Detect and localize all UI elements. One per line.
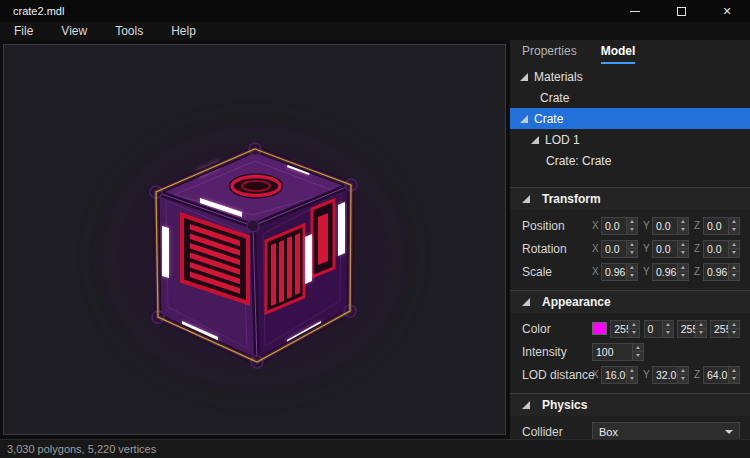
tree-item-crate-crate[interactable]: Crate: Crate <box>510 150 750 171</box>
color-a-input[interactable]: 255 <box>710 320 740 338</box>
lod-x-input[interactable]: 16.0 <box>601 366 638 384</box>
down-arrow-icon <box>732 377 736 380</box>
spinner-buttons <box>728 218 739 234</box>
position-y-input[interactable]: 0.0 <box>652 217 689 235</box>
spin-up-button[interactable] <box>729 218 739 227</box>
menu-help[interactable]: Help <box>157 22 210 40</box>
section-appearance-header[interactable]: Appearance <box>510 290 750 313</box>
viewport[interactable] <box>3 44 506 435</box>
expander-icon[interactable] <box>520 73 528 81</box>
tree-item-crate[interactable]: Crate <box>510 108 750 129</box>
chevron-down-icon <box>725 430 733 434</box>
spinner-buttons <box>626 367 637 383</box>
panel-tabs: Properties Model <box>510 40 750 64</box>
down-arrow-icon <box>630 377 634 380</box>
spin-up-button[interactable] <box>633 344 643 353</box>
expander-icon <box>522 298 530 306</box>
spin-down-button[interactable] <box>729 375 739 383</box>
spin-up-button[interactable] <box>678 241 688 250</box>
tree-item-crate-material[interactable]: Crate <box>510 87 750 108</box>
intensity-input[interactable]: 100 <box>592 343 644 361</box>
expander-icon[interactable] <box>531 136 539 144</box>
spin-down-button[interactable] <box>678 375 688 383</box>
down-arrow-icon <box>681 274 685 277</box>
menu-tools[interactable]: Tools <box>101 22 157 40</box>
spin-down-button[interactable] <box>629 329 639 337</box>
rotation-y-input[interactable]: 0.0 <box>652 240 689 258</box>
spin-down-button[interactable] <box>633 352 643 360</box>
down-arrow-icon <box>666 331 670 334</box>
rotation-x-input[interactable]: 0.0 <box>601 240 638 258</box>
spin-down-button[interactable] <box>627 272 637 280</box>
color-b-input[interactable]: 255 <box>677 320 707 338</box>
position-y-field: Y 0.0 <box>643 217 689 235</box>
position-x-input[interactable]: 0.0 <box>601 217 638 235</box>
scale-x-input[interactable]: 0.96 <box>601 263 638 281</box>
spin-down-button[interactable] <box>627 375 637 383</box>
spin-up-button[interactable] <box>678 367 688 376</box>
spin-up-button[interactable] <box>627 241 637 250</box>
spin-down-button[interactable] <box>678 226 688 234</box>
down-arrow-icon <box>732 274 736 277</box>
down-arrow-icon <box>630 274 634 277</box>
spin-down-button[interactable] <box>729 329 739 337</box>
axis-x-label: X <box>592 220 601 231</box>
tree-item-lod1[interactable]: LOD 1 <box>510 129 750 150</box>
scale-z-input[interactable]: 0.96 <box>703 263 740 281</box>
spin-up-button[interactable] <box>729 264 739 273</box>
lod-y-field: Y 32.0 <box>643 366 689 384</box>
spin-up-button[interactable] <box>678 264 688 273</box>
rotation-z-input[interactable]: 0.0 <box>703 240 740 258</box>
spin-down-button[interactable] <box>663 329 673 337</box>
menu-view[interactable]: View <box>47 22 101 40</box>
spin-value: 0.96 <box>704 264 728 280</box>
spin-up-button[interactable] <box>627 264 637 273</box>
scale-x-field: X 0.96 <box>592 263 638 281</box>
spin-up-button[interactable] <box>729 367 739 376</box>
spin-down-button[interactable] <box>729 272 739 280</box>
spin-down-button[interactable] <box>678 249 688 257</box>
close-button[interactable]: ✕ <box>704 0 750 22</box>
spin-down-button[interactable] <box>729 226 739 234</box>
spin-up-button[interactable] <box>729 241 739 250</box>
down-arrow-icon <box>630 228 634 231</box>
scale-z-field: Z 0.96 <box>694 263 740 281</box>
color-g-input[interactable]: 0 <box>644 320 674 338</box>
spin-up-button[interactable] <box>627 218 637 227</box>
spin-down-button[interactable] <box>627 226 637 234</box>
tab-model[interactable]: Model <box>601 40 636 64</box>
spin-value: 0.0 <box>653 218 677 234</box>
appearance-section: Color 255 0 <box>510 313 750 393</box>
spin-down-button[interactable] <box>627 249 637 257</box>
section-title: Appearance <box>542 295 611 309</box>
maximize-button[interactable] <box>658 0 704 22</box>
spin-up-button[interactable] <box>729 321 739 330</box>
lod-y-input[interactable]: 32.0 <box>652 366 689 384</box>
spin-up-button[interactable] <box>696 321 706 330</box>
section-transform-header[interactable]: Transform <box>510 187 750 210</box>
lod-z-field: Z 64.0 <box>694 366 740 384</box>
axis-z-label: Z <box>694 369 703 380</box>
collider-dropdown[interactable]: Box <box>592 422 740 440</box>
minimize-button[interactable] <box>612 0 658 22</box>
color-swatch[interactable] <box>592 322 607 335</box>
spin-up-button[interactable] <box>629 321 639 330</box>
spin-up-button[interactable] <box>663 321 673 330</box>
section-physics-header[interactable]: Physics <box>510 393 750 416</box>
spin-down-button[interactable] <box>696 329 706 337</box>
tree-item-materials[interactable]: Materials <box>510 66 750 87</box>
scale-y-input[interactable]: 0.96 <box>652 263 689 281</box>
color-r-input[interactable]: 255 <box>610 320 640 338</box>
tab-properties[interactable]: Properties <box>522 40 577 64</box>
lod-z-input[interactable]: 64.0 <box>703 366 740 384</box>
position-z-input[interactable]: 0.0 <box>703 217 740 235</box>
spin-up-button[interactable] <box>678 218 688 227</box>
spin-up-button[interactable] <box>627 367 637 376</box>
menu-file[interactable]: File <box>0 22 47 40</box>
spin-down-button[interactable] <box>678 272 688 280</box>
axis-x-label: X <box>592 266 601 277</box>
down-arrow-icon <box>681 377 685 380</box>
spin-down-button[interactable] <box>729 249 739 257</box>
expander-icon[interactable] <box>520 115 528 123</box>
up-arrow-icon <box>630 369 634 372</box>
